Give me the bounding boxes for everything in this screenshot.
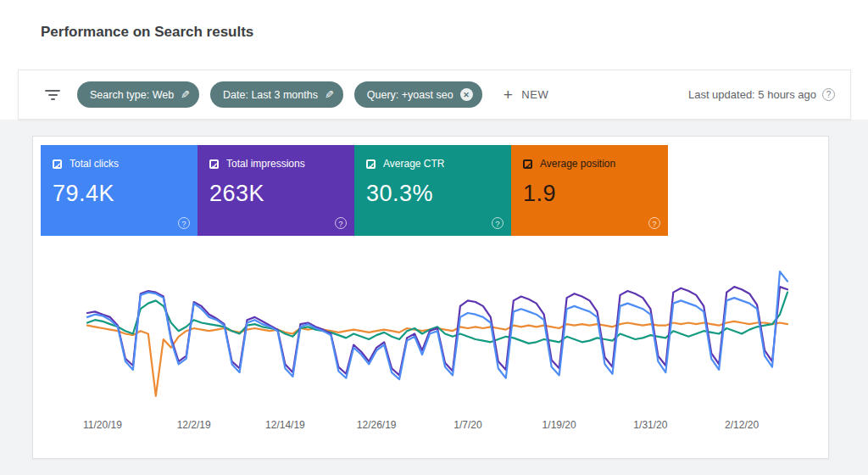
performance-chart-card: ✓ Total clicks 79.4K ? ✓ Total impressio… [32,136,829,459]
filter-chip-label: Query: +yoast seo [367,89,453,101]
x-tick-label: 2/12/20 [725,419,759,431]
filter-chip-query[interactable]: Query: +yoast seo ✕ [354,81,482,108]
x-tick-label: 12/26/19 [357,419,397,431]
metric-card-total-impressions[interactable]: ✓ Total impressions 263K ? [198,145,354,236]
help-icon[interactable]: ? [335,217,347,229]
x-tick-label: 1/31/20 [633,419,667,431]
checkbox-checked-icon[interactable]: ✓ [523,159,532,169]
edit-icon[interactable]: ✎ [181,88,190,101]
edit-icon[interactable]: ✎ [325,88,334,101]
page-title: Performance on Search results [41,24,253,41]
last-updated-text: Last updated: 5 hours ago [688,88,816,101]
new-filter-button[interactable]: + NEW [504,86,549,104]
x-tick-label: 12/2/19 [177,419,211,431]
metric-label: Total impressions [226,158,305,170]
metric-value: 30.3% [366,181,499,207]
checkbox-checked-icon[interactable]: ✓ [53,159,62,169]
x-tick-label: 12/14/19 [265,419,305,431]
x-axis: 11/20/1912/2/1912/14/1912/26/191/7/201/1… [86,419,789,436]
metric-value: 79.4K [53,181,186,207]
metric-value: 1.9 [523,181,656,207]
metric-card-total-clicks[interactable]: ✓ Total clicks 79.4K ? [41,145,198,236]
filter-chip-label: Date: Last 3 months [223,89,318,101]
help-icon[interactable]: ? [178,217,190,229]
plus-icon: + [504,86,514,104]
new-filter-label: NEW [521,88,548,101]
metric-label: Average CTR [383,158,444,170]
filter-bar: Search type: Web ✎ Date: Last 3 months ✎… [18,70,851,120]
help-icon[interactable]: ? [822,88,835,101]
last-updated: Last updated: 5 hours ago ? [688,88,835,101]
x-tick-label: 1/19/20 [542,419,576,431]
filter-chip-date[interactable]: Date: Last 3 months ✎ [210,81,343,108]
x-tick-label: 1/7/20 [453,419,481,431]
checkbox-checked-icon[interactable]: ✓ [366,159,376,169]
filter-icon[interactable] [44,87,61,103]
metric-label: Total clicks [70,158,119,170]
filter-chip-label: Search type: Web [90,89,174,101]
metric-card-average-ctr[interactable]: ✓ Average CTR 30.3% ? [354,145,511,236]
performance-line-chart[interactable] [86,260,789,408]
filter-chip-search-type[interactable]: Search type: Web ✎ [77,81,199,108]
checkbox-checked-icon[interactable]: ✓ [209,159,219,169]
metric-value: 263K [209,181,342,207]
x-tick-label: 11/20/19 [83,419,122,431]
metric-cards-row: ✓ Total clicks 79.4K ? ✓ Total impressio… [41,145,668,236]
close-icon[interactable]: ✕ [460,88,473,101]
help-icon[interactable]: ? [492,217,504,229]
metric-label: Average position [540,158,615,170]
help-icon[interactable]: ? [648,217,660,229]
metric-card-average-position[interactable]: ✓ Average position 1.9 ? [511,145,668,236]
